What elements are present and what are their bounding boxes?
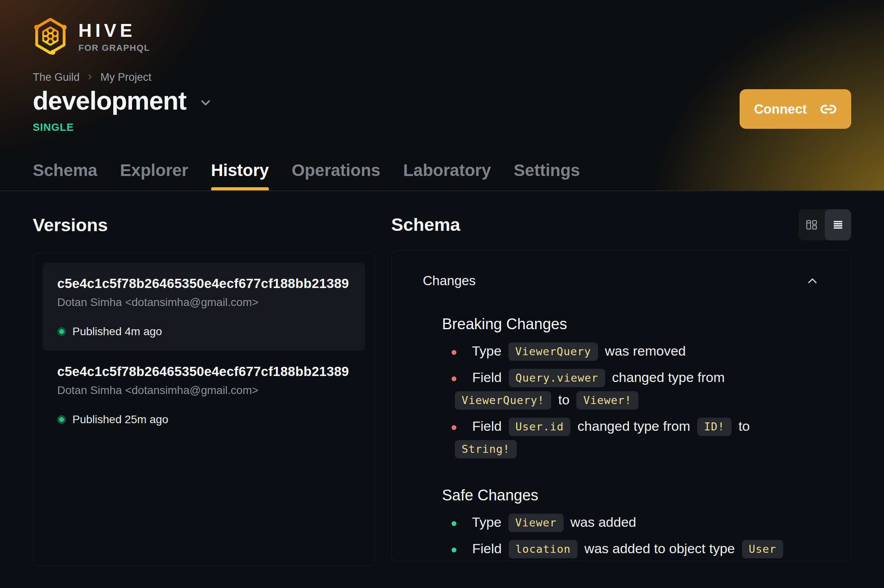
code-chip: ViewerQuery! xyxy=(455,391,551,410)
view-toggle xyxy=(798,209,851,240)
chevron-down-icon[interactable] xyxy=(198,96,213,110)
tab-history[interactable]: History xyxy=(211,161,269,190)
code-chip: ID! xyxy=(697,418,732,436)
version-card[interactable]: c5e4c1c5f78b26465350e4ecf677cf188bb21389… xyxy=(43,351,365,439)
change-text: Field xyxy=(468,370,506,385)
change-text: was removed xyxy=(601,343,686,358)
bullet-icon xyxy=(452,376,456,381)
tab-settings[interactable]: Settings xyxy=(514,161,580,190)
change-text: Field xyxy=(468,418,506,434)
change-item: Field location was added to object type … xyxy=(442,537,819,560)
version-hash: c5e4c1c5f78b26465350e4ecf677cf188bb21389 xyxy=(57,276,351,292)
version-author: Dotan Simha <dotansimha@gmail.com> xyxy=(57,296,351,309)
schema-section: Schema Changes xyxy=(391,214,851,566)
tab-operations[interactable]: Operations xyxy=(292,161,380,190)
code-chip: Viewer xyxy=(508,514,564,532)
version-status-text: Published 4m ago xyxy=(72,325,162,338)
versions-title: Versions xyxy=(33,214,375,236)
breadcrumb-item[interactable]: The Guild xyxy=(33,71,80,84)
code-chip: User xyxy=(742,540,783,558)
change-text: was added to object type xyxy=(581,541,739,556)
code-chip: Query.viewer xyxy=(509,369,605,387)
version-status-row: Published 25m ago xyxy=(57,413,351,426)
bullet-icon xyxy=(452,350,456,355)
header: HIVE FOR GRAPHQL The GuildMy Project dev… xyxy=(0,0,884,191)
brand-tagline: FOR GRAPHQL xyxy=(78,44,150,52)
title-row: development xyxy=(33,87,851,115)
list-view-button[interactable] xyxy=(825,209,851,240)
version-status-text: Published 25m ago xyxy=(72,413,168,426)
schema-title: Schema xyxy=(391,214,460,236)
breadcrumb-chevron-icon xyxy=(86,71,94,84)
change-section-heading: Safe Changes xyxy=(442,486,819,504)
breadcrumb: The GuildMy Project xyxy=(33,71,851,84)
changes-header[interactable]: Changes xyxy=(392,251,851,288)
brand-name: HIVE xyxy=(78,21,150,40)
change-text: Field xyxy=(468,541,506,556)
bullet-icon xyxy=(452,425,456,430)
published-dot-icon xyxy=(57,415,66,424)
change-text: changed type from xyxy=(574,418,694,434)
brand-wordmark: HIVE FOR GRAPHQL xyxy=(78,21,150,52)
change-text: was added xyxy=(567,514,636,530)
change-text: to xyxy=(735,418,750,434)
published-dot-icon xyxy=(57,327,66,336)
columns-view-icon xyxy=(805,218,818,231)
chevron-up-icon xyxy=(805,274,820,288)
tab-laboratory[interactable]: Laboratory xyxy=(403,161,491,190)
tab-explorer[interactable]: Explorer xyxy=(120,161,188,190)
change-text: Type xyxy=(468,514,505,530)
changes-label: Changes xyxy=(423,273,476,288)
change-text: changed type from xyxy=(608,370,725,385)
change-item: Field User.id changed type from ID! to S… xyxy=(442,415,819,460)
code-chip: User.id xyxy=(509,418,571,436)
hive-logo-icon xyxy=(33,14,68,59)
change-item: Field Query.viewer changed type from Vie… xyxy=(442,366,819,411)
schema-panel: Changes Breaking Changes Type ViewerQuer… xyxy=(391,250,851,561)
status-badge: SINGLE xyxy=(33,121,851,134)
schema-heading-row: Schema xyxy=(391,209,851,241)
main-content: Versions c5e4c1c5f78b26465350e4ecf677cf1… xyxy=(0,191,884,566)
change-list: Type Viewer was added Field location was… xyxy=(442,511,819,560)
tab-schema[interactable]: Schema xyxy=(33,161,97,190)
bullet-icon xyxy=(452,521,456,526)
page-title: development xyxy=(33,87,186,115)
version-author: Dotan Simha <dotansimha@gmail.com> xyxy=(57,384,351,397)
tab-bar: SchemaExplorerHistoryOperationsLaborator… xyxy=(33,161,580,190)
change-list: Type ViewerQuery was removed Field Query… xyxy=(442,340,819,460)
bullet-icon xyxy=(452,548,456,552)
connect-label: Connect xyxy=(754,102,807,117)
code-chip: location xyxy=(509,540,578,558)
change-section-heading: Breaking Changes xyxy=(442,315,819,333)
code-chip: ViewerQuery xyxy=(508,342,598,361)
breadcrumb-item[interactable]: My Project xyxy=(100,71,152,84)
changes-body: Breaking Changes Type ViewerQuery was re… xyxy=(392,315,851,560)
change-item: Type ViewerQuery was removed xyxy=(442,340,819,362)
change-text: Type xyxy=(468,343,505,358)
brand-logo-row: HIVE FOR GRAPHQL xyxy=(33,0,851,59)
version-card[interactable]: c5e4c1c5f78b26465350e4ecf677cf188bb21389… xyxy=(43,263,365,351)
version-status-row: Published 4m ago xyxy=(57,325,351,338)
list-view-icon xyxy=(832,218,844,231)
code-chip: Viewer! xyxy=(576,391,638,410)
link-icon xyxy=(820,101,837,118)
connect-button[interactable]: Connect xyxy=(740,89,851,129)
versions-panel: c5e4c1c5f78b26465350e4ecf677cf188bb21389… xyxy=(33,253,375,566)
version-hash: c5e4c1c5f78b26465350e4ecf677cf188bb21389 xyxy=(57,364,351,380)
code-chip: String! xyxy=(455,440,517,458)
change-text: to xyxy=(554,392,573,407)
columns-view-button[interactable] xyxy=(798,209,825,240)
change-item: Type Viewer was added xyxy=(442,511,819,533)
versions-section: Versions c5e4c1c5f78b26465350e4ecf677cf1… xyxy=(33,214,375,566)
